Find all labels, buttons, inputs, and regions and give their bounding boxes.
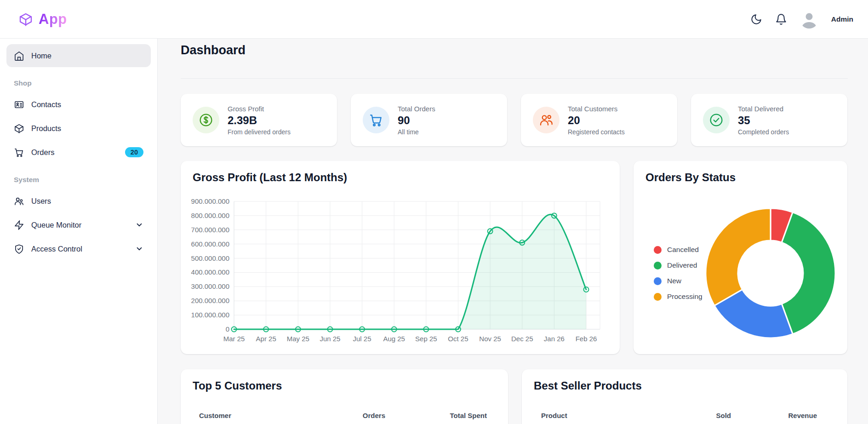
svg-text:900.000.000: 900.000.000 xyxy=(191,197,229,205)
legend-swatch xyxy=(654,293,662,301)
stat-value: 20 xyxy=(568,114,625,127)
app-name: App xyxy=(39,11,67,28)
svg-text:600.000.000: 600.000.000 xyxy=(191,240,229,248)
sidebar-section-shop: Shop xyxy=(6,68,151,93)
bell-icon xyxy=(775,13,787,25)
stat-value: 2.39B xyxy=(228,114,291,127)
cart-icon xyxy=(363,107,389,133)
sidebar-item-label: Users xyxy=(31,197,51,206)
sidebar-item-home[interactable]: Home xyxy=(6,44,151,67)
svg-text:300.000.000: 300.000.000 xyxy=(191,282,229,290)
svg-text:Oct 25: Oct 25 xyxy=(448,335,468,343)
chart-title: Gross Profit (Last 12 Months) xyxy=(193,171,347,184)
svg-text:Nov 25: Nov 25 xyxy=(479,335,501,343)
dollar-circle-icon xyxy=(193,107,219,133)
svg-text:700.000.000: 700.000.000 xyxy=(191,226,229,234)
cube-icon xyxy=(18,12,33,27)
sidebar-item-label: Home xyxy=(31,52,51,60)
legend-swatch xyxy=(654,262,662,269)
sidebar-item-contacts[interactable]: Contacts xyxy=(6,93,151,116)
zap-icon xyxy=(14,220,24,230)
column-header-sold: Sold xyxy=(699,412,731,419)
moon-icon xyxy=(750,13,762,25)
svg-text:Apr 25: Apr 25 xyxy=(256,335,276,343)
sidebar-item-users[interactable]: Users xyxy=(6,189,151,212)
donut-legend: CancelledDeliveredNewProcessing xyxy=(654,242,702,304)
sidebar-item-access-control[interactable]: Access Control xyxy=(6,237,151,260)
svg-text:100.000.000: 100.000.000 xyxy=(191,311,229,319)
sidebar-item-label: Access Control xyxy=(31,245,82,253)
user-name[interactable]: Admin xyxy=(831,15,853,23)
top-customers-card: Top 5 Customers Customer Orders Total Sp… xyxy=(181,369,508,424)
chevron-down-icon xyxy=(135,221,143,229)
shield-check-icon xyxy=(14,244,24,254)
sidebar-item-label: Contacts xyxy=(31,100,61,109)
sidebar-item-queue-monitor[interactable]: Queue Monitor xyxy=(6,213,151,236)
legend-label: Processing xyxy=(667,292,702,301)
notifications-button[interactable] xyxy=(775,13,787,25)
column-header-total-spent: Total Spent xyxy=(418,412,487,419)
users-icon xyxy=(14,196,24,206)
legend-swatch xyxy=(654,246,662,254)
column-header-customer: Customer xyxy=(199,412,231,419)
column-header-revenue: Revenue xyxy=(748,412,817,419)
stat-card-total-orders: Total Orders 90 All time xyxy=(351,94,507,146)
stat-subtitle: Completed orders xyxy=(738,128,789,136)
svg-text:Jun 25: Jun 25 xyxy=(320,335,340,343)
legend-item: Delivered xyxy=(654,258,702,273)
stat-subtitle: From delivered orders xyxy=(228,128,291,136)
table-title: Top 5 Customers xyxy=(193,379,282,392)
stat-title: Total Customers xyxy=(568,105,625,113)
stat-title: Total Orders xyxy=(398,105,435,113)
main-content: Dashboard Gross Profit 2.39B From delive… xyxy=(158,39,868,424)
topbar: App Admin xyxy=(0,0,868,39)
chevron-down-icon xyxy=(135,245,143,253)
stat-subtitle: All time xyxy=(398,128,435,136)
legend-item: Cancelled xyxy=(654,242,702,258)
app-logo[interactable]: App xyxy=(18,11,67,28)
legend-item: New xyxy=(654,273,702,289)
stat-value: 35 xyxy=(738,114,789,127)
stat-title: Total Delivered xyxy=(738,105,789,113)
table-title: Best Seller Products xyxy=(534,379,642,392)
svg-text:Aug 25: Aug 25 xyxy=(383,335,405,343)
cart-icon xyxy=(14,147,24,158)
person-silhouette-icon xyxy=(800,10,818,29)
svg-text:Dec 25: Dec 25 xyxy=(511,335,533,343)
sidebar-item-label: Products xyxy=(31,124,61,133)
svg-text:Feb 26: Feb 26 xyxy=(576,335,597,343)
legend-label: Cancelled xyxy=(667,246,699,254)
stat-card-total-customers: Total Customers 20 Registered contacts xyxy=(521,94,677,146)
sidebar-item-label: Queue Monitor xyxy=(31,221,81,229)
stat-value: 90 xyxy=(398,114,435,127)
sidebar-item-products[interactable]: Products xyxy=(6,117,151,140)
id-card-icon xyxy=(14,99,24,110)
orders-count-badge: 20 xyxy=(125,147,143,157)
svg-text:Jan 26: Jan 26 xyxy=(544,335,565,343)
charts-row: Gross Profit (Last 12 Months) 0100.000.0… xyxy=(181,161,847,354)
stat-card-total-delivered: Total Delivered 35 Completed orders xyxy=(691,94,847,146)
svg-text:Jul 25: Jul 25 xyxy=(353,335,371,343)
stat-subtitle: Registered contacts xyxy=(568,128,625,136)
svg-text:May 25: May 25 xyxy=(287,335,309,343)
home-icon xyxy=(14,51,24,61)
check-circle-icon xyxy=(703,107,730,133)
tables-row: Top 5 Customers Customer Orders Total Sp… xyxy=(181,369,847,424)
stats-row: Gross Profit 2.39B From delivered orders… xyxy=(181,94,847,146)
sidebar-item-label: Orders xyxy=(31,148,54,157)
svg-text:200.000.000: 200.000.000 xyxy=(191,297,229,304)
dark-mode-toggle[interactable] xyxy=(750,13,762,25)
gross-profit-line-chart: 0100.000.000200.000.000300.000.000400.00… xyxy=(186,197,614,349)
legend-label: Delivered xyxy=(667,261,697,269)
best-sellers-card: Best Seller Products Product Sold Revenu… xyxy=(522,369,847,424)
svg-text:800.000.000: 800.000.000 xyxy=(191,212,229,219)
column-header-orders: Orders xyxy=(339,412,385,419)
column-header-product: Product xyxy=(541,412,567,419)
page-title: Dashboard xyxy=(181,43,246,57)
avatar[interactable] xyxy=(800,10,818,29)
legend-item: Processing xyxy=(654,289,702,304)
orders-by-status-card: Orders By Status CancelledDeliveredNewPr… xyxy=(634,161,847,354)
sidebar-section-system: System xyxy=(6,165,151,189)
sidebar-item-orders[interactable]: Orders 20 xyxy=(6,141,151,164)
svg-text:Sep 25: Sep 25 xyxy=(415,335,437,343)
